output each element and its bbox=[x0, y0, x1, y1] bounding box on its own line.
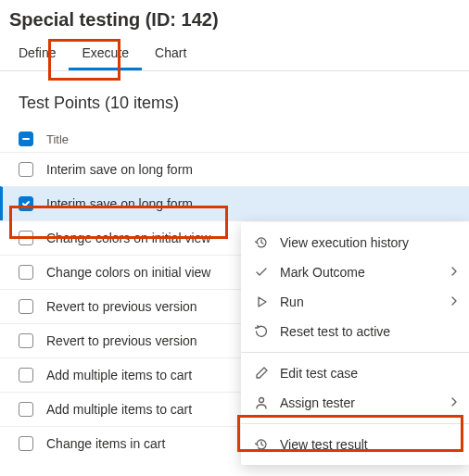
menu-item-label: Assign tester bbox=[280, 395, 355, 410]
row-checkbox[interactable] bbox=[19, 402, 33, 417]
row-checkbox[interactable] bbox=[19, 231, 33, 245]
row-checkbox[interactable] bbox=[19, 368, 33, 382]
page-title: Special testing (ID: 142) bbox=[0, 0, 469, 36]
row-title: Revert to previous version bbox=[46, 299, 197, 314]
list-title: Test Points (10 items) bbox=[0, 71, 469, 126]
row-title: Add multiple items to cart bbox=[46, 402, 192, 417]
edit-icon bbox=[252, 366, 271, 381]
table-row[interactable]: Interim save on long form bbox=[0, 152, 469, 186]
row-title: Change colors on initial view bbox=[46, 265, 210, 280]
row-title: Add multiple items to cart bbox=[46, 368, 192, 382]
menu-item-label: Edit test case bbox=[280, 366, 358, 381]
row-title: Change colors on initial view bbox=[46, 231, 210, 245]
chevron-right-icon bbox=[449, 395, 460, 410]
list-header: Title bbox=[0, 126, 469, 152]
column-title[interactable]: Title bbox=[46, 132, 69, 146]
tab-chart[interactable]: Chart bbox=[142, 36, 199, 70]
menu-item-label: Reset test to active bbox=[280, 324, 390, 339]
menu-item-view-execution-history[interactable]: View execution history bbox=[241, 228, 469, 257]
tab-define[interactable]: Define bbox=[6, 36, 69, 70]
menu-item-run[interactable]: Run bbox=[241, 287, 469, 317]
menu-item-label: Run bbox=[280, 294, 304, 309]
reset-icon bbox=[252, 324, 271, 339]
menu-item-edit-test-case[interactable]: Edit test case bbox=[241, 358, 469, 388]
play-icon bbox=[252, 294, 271, 309]
table-row[interactable]: Interim save on long form bbox=[0, 186, 469, 220]
chevron-right-icon bbox=[449, 265, 460, 280]
person-icon bbox=[252, 395, 271, 410]
row-title: Change items in cart bbox=[46, 436, 165, 451]
row-title: Interim save on long form bbox=[46, 196, 193, 211]
row-checkbox[interactable] bbox=[19, 265, 33, 280]
row-checkbox[interactable] bbox=[19, 162, 33, 177]
tab-execute[interactable]: Execute bbox=[69, 36, 142, 70]
menu-item-mark-outcome[interactable]: Mark Outcome bbox=[241, 257, 469, 287]
context-menu: View execution historyMark OutcomeRunRes… bbox=[241, 222, 469, 465]
row-checkbox[interactable] bbox=[19, 436, 33, 451]
menu-separator bbox=[241, 352, 469, 353]
row-checkbox[interactable] bbox=[19, 299, 33, 314]
tab-bar: Define Execute Chart bbox=[0, 36, 469, 71]
row-title: Interim save on long form bbox=[46, 162, 193, 177]
row-title: Revert to previous version bbox=[46, 333, 197, 348]
history-icon bbox=[252, 235, 271, 250]
row-checkbox[interactable] bbox=[19, 333, 33, 348]
menu-item-reset-test-to-active[interactable]: Reset test to active bbox=[241, 317, 469, 346]
select-all-checkbox[interactable] bbox=[19, 132, 33, 146]
menu-item-label: Mark Outcome bbox=[280, 265, 365, 280]
chevron-right-icon bbox=[449, 294, 460, 309]
history-icon bbox=[252, 437, 271, 452]
menu-item-label: View test result bbox=[280, 437, 368, 452]
menu-item-label: View execution history bbox=[280, 235, 409, 250]
menu-item-view-test-result[interactable]: View test result bbox=[241, 430, 469, 459]
menu-separator bbox=[241, 423, 469, 424]
svg-point-0 bbox=[260, 398, 264, 403]
menu-item-assign-tester[interactable]: Assign tester bbox=[241, 388, 469, 418]
row-checkbox[interactable] bbox=[19, 196, 33, 211]
check-icon bbox=[252, 265, 271, 280]
